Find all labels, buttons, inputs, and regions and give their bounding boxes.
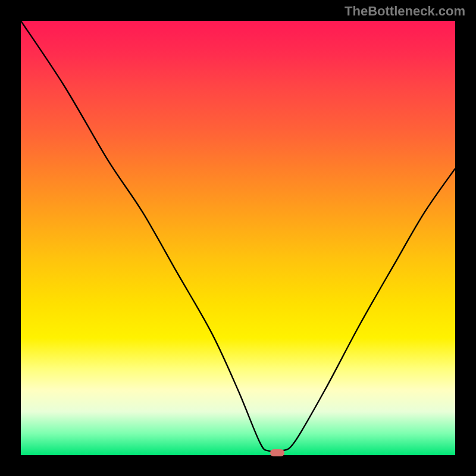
gradient-plot-background	[21, 21, 455, 455]
watermark-text: TheBottleneck.com	[345, 4, 465, 19]
chart-container: TheBottleneck.com	[0, 0, 476, 476]
optimal-marker	[270, 449, 284, 456]
